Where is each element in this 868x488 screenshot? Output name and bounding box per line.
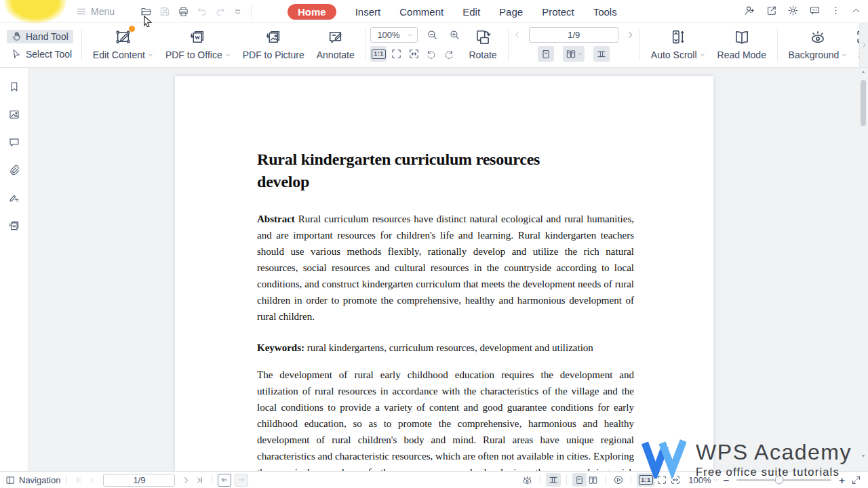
feedback-icon [809, 5, 821, 16]
more-options-button[interactable] [831, 5, 841, 18]
auto-scroll-icon [669, 28, 686, 46]
back-view-button[interactable] [218, 474, 231, 487]
next-page-icon [182, 476, 191, 485]
next-page-button[interactable] [626, 30, 635, 39]
pdf-to-picture-button[interactable]: PDF to Picture [237, 23, 311, 67]
attachment-icon [8, 164, 20, 176]
page-indicator-input[interactable]: 1/9 [103, 474, 175, 487]
previous-page-button[interactable] [513, 30, 521, 39]
tab-comment[interactable]: Comment [399, 6, 443, 18]
continuous-view-icon [596, 49, 607, 60]
zoom-select[interactable]: 100% [370, 27, 418, 43]
bookmarks-panel-button[interactable] [8, 81, 20, 96]
settings-button[interactable] [787, 5, 799, 19]
continuous-view-button[interactable] [593, 46, 610, 62]
background-toggle[interactable] [521, 473, 534, 487]
share-icon [766, 5, 777, 16]
prev-page-button[interactable] [85, 473, 99, 487]
tab-edit[interactable]: Edit [462, 6, 480, 18]
forward-icon [237, 476, 245, 484]
fit-width-icon [408, 48, 420, 60]
auto-scroll-button[interactable]: Auto Scroll [645, 23, 711, 67]
undo-button[interactable] [197, 6, 208, 17]
scroll-up-icon[interactable]: ▲ [861, 69, 866, 74]
fit-page-button[interactable] [388, 46, 404, 62]
abstract-text: Rural curriculum resources have distinct… [257, 214, 634, 322]
comments-panel-button[interactable] [8, 136, 20, 151]
navigation-toggle[interactable]: Navigation [5, 475, 60, 485]
thumbnails-panel-button[interactable] [8, 108, 20, 123]
tab-page[interactable]: Page [499, 6, 523, 18]
annotate-icon [327, 28, 344, 46]
fit-page-icon [391, 48, 402, 60]
print-button[interactable] [178, 6, 189, 18]
save-button[interactable] [159, 6, 170, 17]
fullscreen-icon [851, 475, 861, 485]
rotate-button[interactable]: Rotate [462, 23, 502, 67]
edit-content-label: Edit Content [93, 49, 145, 60]
tab-tools[interactable]: Tools [593, 6, 617, 18]
page-indicator-input[interactable]: 1/9 [529, 27, 618, 43]
ribbon-tabs: Home Insert Comment Edit Page Protect To… [288, 0, 617, 23]
scrollbar-thumb[interactable] [861, 80, 866, 126]
zoom-out-button[interactable] [424, 27, 440, 43]
pdf-to-picture-icon [265, 28, 282, 46]
signature-panel-button[interactable] [8, 192, 20, 207]
toolbar-expand-button[interactable] [859, 23, 868, 67]
read-mode-button[interactable]: Read Mode [711, 23, 772, 67]
mouse-cursor-icon [143, 16, 153, 27]
collapse-toolbar-button[interactable] [851, 5, 861, 18]
keywords-text: rural kindergartens, curriculum resource… [304, 342, 593, 353]
play-slideshow-button[interactable] [612, 473, 625, 487]
auto-scroll-label: Auto Scroll [651, 49, 697, 60]
save-icon [159, 6, 170, 17]
fit-width-button[interactable] [406, 46, 422, 62]
zoom-in-button[interactable] [446, 27, 462, 43]
continuous-view-toggle[interactable] [546, 473, 561, 487]
select-tool-button[interactable]: Select Tool [7, 47, 77, 61]
customize-quick-access-button[interactable] [233, 7, 242, 16]
rotate-left-button[interactable] [423, 46, 439, 62]
share-button[interactable] [766, 5, 777, 19]
vertical-scrollbar[interactable]: ▲ ▼ [859, 69, 867, 468]
page-navigation: 1/9 [513, 23, 635, 67]
single-page-view-toggle[interactable] [572, 473, 587, 487]
actual-size-button[interactable]: 1:1 [370, 46, 387, 62]
scroll-down-icon[interactable]: ▼ [861, 453, 866, 458]
forward-view-button[interactable] [235, 474, 248, 487]
tab-protect[interactable]: Protect [542, 6, 574, 18]
menu-button[interactable]: Menu [5, 0, 133, 35]
dropdown-caret-icon [148, 52, 153, 58]
single-page-view-button[interactable] [538, 46, 554, 62]
pdf-to-office-button[interactable]: PDF to Office [159, 23, 237, 67]
attachments-panel-button[interactable] [8, 164, 20, 179]
document-title: Rural kindergarten curriculum resources … [257, 148, 589, 193]
feedback-button[interactable] [809, 5, 821, 19]
main-area: Rural kindergarten curriculum resources … [0, 68, 868, 471]
rotate-right-button[interactable] [441, 46, 457, 62]
add-user-button[interactable] [744, 5, 755, 19]
last-page-button[interactable] [193, 473, 206, 487]
first-page-button[interactable] [72, 473, 85, 487]
collapse-toolbar-icon [851, 5, 861, 16]
background-eye-icon [521, 474, 533, 486]
wps-logo-icon [642, 435, 686, 479]
redo-button[interactable] [215, 6, 226, 17]
two-page-view-toggle[interactable] [587, 473, 600, 487]
divider [631, 475, 631, 485]
next-page-button[interactable] [179, 473, 193, 487]
annotate-button[interactable]: Annotate [311, 23, 361, 67]
tab-insert[interactable]: Insert [355, 6, 381, 18]
tab-home[interactable]: Home [288, 4, 336, 20]
zoom-value: 100% [377, 30, 399, 40]
dropdown-caret-icon [842, 52, 847, 58]
abstract-label: Abstract [257, 214, 295, 224]
two-page-view-button[interactable] [563, 46, 585, 62]
background-button[interactable]: Background [783, 23, 854, 67]
document-viewport[interactable]: Rural kindergarten curriculum resources … [28, 68, 868, 471]
export-word-panel-button[interactable] [8, 220, 20, 235]
pdf-page[interactable]: Rural kindergarten curriculum resources … [175, 76, 713, 471]
back-icon [220, 476, 229, 484]
zoom-slider[interactable] [736, 479, 831, 481]
wps-pdf-window: Menu Home Insert Comment Edit Page Prote… [0, 0, 868, 488]
